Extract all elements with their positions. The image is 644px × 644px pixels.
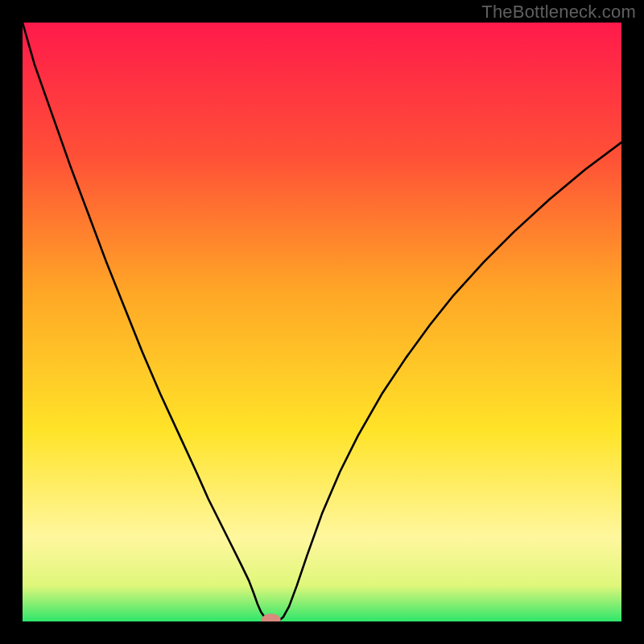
- chart-container: TheBottleneck.com: [0, 0, 644, 644]
- plot-area: [23, 23, 621, 621]
- chart-svg: [23, 23, 621, 621]
- watermark-text: TheBottleneck.com: [481, 2, 636, 23]
- gradient-background: [23, 23, 621, 621]
